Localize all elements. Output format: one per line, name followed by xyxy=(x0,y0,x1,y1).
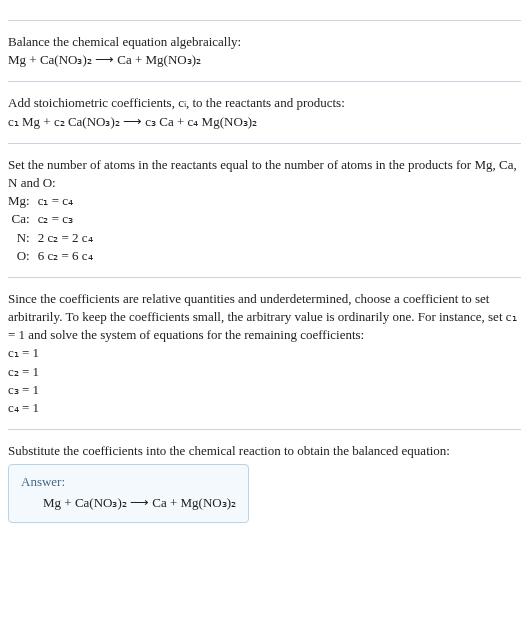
atom-row-eq: 2 c₂ = 2 c₄ xyxy=(38,229,521,247)
atom-row-label: Mg: xyxy=(8,192,30,210)
answer-label: Answer: xyxy=(21,473,236,491)
atom-row-label: N: xyxy=(8,229,30,247)
section-solve: Since the coefficients are relative quan… xyxy=(8,277,521,417)
solve-line: c₁ = 1 xyxy=(8,344,521,362)
stoichiometric-equation: c₁ Mg + c₂ Ca(NO₃)₂ ⟶ c₃ Ca + c₄ Mg(NO₃)… xyxy=(8,113,521,131)
atom-balance-table: Mg: c₁ = c₄ Ca: c₂ = c₃ N: 2 c₂ = 2 c₄ O… xyxy=(8,192,521,265)
section-stoichiometric: Add stoichiometric coefficients, cᵢ, to … xyxy=(8,81,521,130)
answer-equation: Mg + Ca(NO₃)₂ ⟶ Ca + Mg(NO₃)₂ xyxy=(21,492,236,512)
problem-equation: Mg + Ca(NO₃)₂ ⟶ Ca + Mg(NO₃)₂ xyxy=(8,51,521,69)
solve-line: c₃ = 1 xyxy=(8,381,521,399)
atom-row-label: Ca: xyxy=(8,210,30,228)
problem-title: Balance the chemical equation algebraica… xyxy=(8,33,521,51)
section-substitute: Substitute the coefficients into the che… xyxy=(8,429,521,523)
section-problem: Balance the chemical equation algebraica… xyxy=(8,20,521,69)
atom-row-eq: c₂ = c₃ xyxy=(38,210,521,228)
atom-balance-title: Set the number of atoms in the reactants… xyxy=(8,156,521,192)
solve-line: c₂ = 1 xyxy=(8,363,521,381)
atom-row-eq: 6 c₂ = 6 c₄ xyxy=(38,247,521,265)
atom-row-label: O: xyxy=(8,247,30,265)
solve-line: c₄ = 1 xyxy=(8,399,521,417)
answer-box: Answer: Mg + Ca(NO₃)₂ ⟶ Ca + Mg(NO₃)₂ xyxy=(8,464,249,522)
atom-row-eq: c₁ = c₄ xyxy=(38,192,521,210)
section-atom-balance: Set the number of atoms in the reactants… xyxy=(8,143,521,265)
solve-title: Since the coefficients are relative quan… xyxy=(8,290,521,345)
substitute-title: Substitute the coefficients into the che… xyxy=(8,442,521,460)
stoichiometric-title: Add stoichiometric coefficients, cᵢ, to … xyxy=(8,94,521,112)
